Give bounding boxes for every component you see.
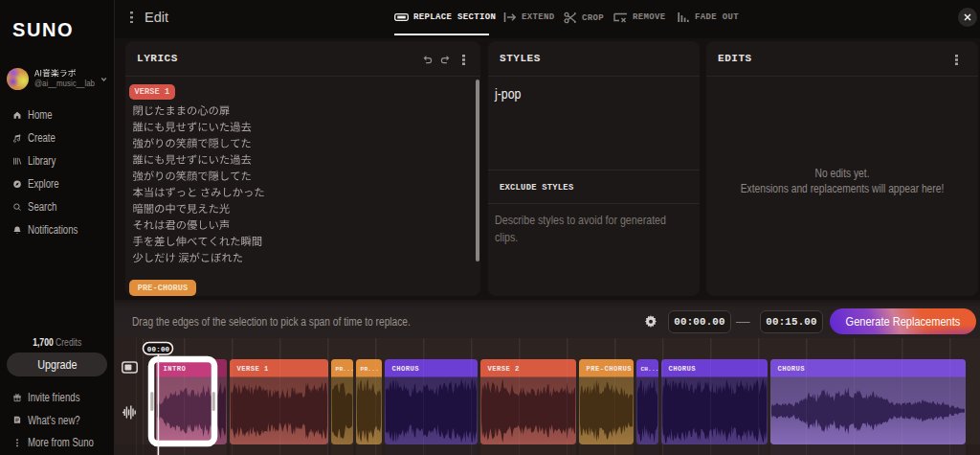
svg-text:CHORUS: CHORUS: [669, 365, 697, 373]
svg-text:CHORUS: CHORUS: [778, 365, 806, 373]
svg-text:00:00: 00:00: [147, 346, 170, 353]
svg-text:VERSE 2: VERSE 2: [488, 365, 520, 373]
svg-text:PR...: PR...: [361, 366, 380, 373]
svg-text:PRE-CHORUS: PRE-CHORUS: [587, 365, 633, 373]
svg-text:CH...: CH...: [641, 366, 659, 373]
svg-text:PR...: PR...: [336, 366, 355, 373]
svg-text:CHORUS: CHORUS: [392, 365, 420, 373]
svg-text:VERSE 1: VERSE 1: [237, 365, 270, 373]
